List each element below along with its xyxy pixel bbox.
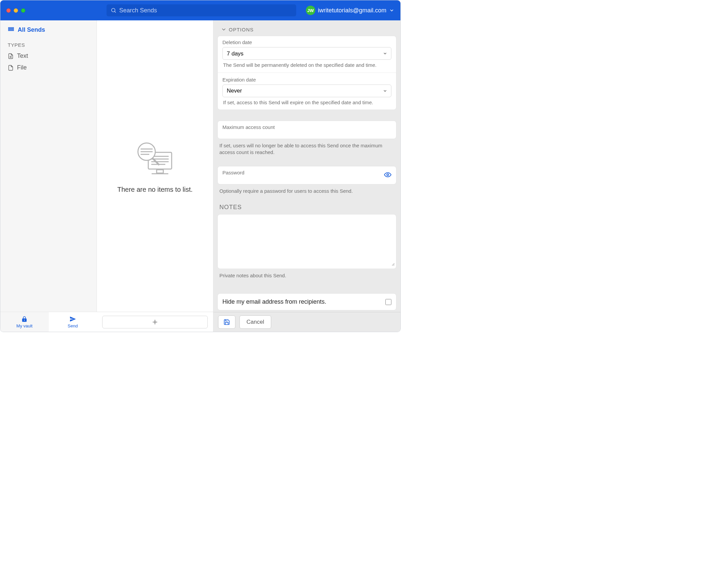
sidebar-item-label: Text [17, 52, 28, 60]
plus-icon [152, 319, 158, 326]
svg-point-22 [387, 174, 389, 176]
search-field[interactable] [107, 4, 296, 16]
empty-state-icon [133, 139, 177, 176]
notes-heading: NOTES [219, 204, 394, 211]
options-toggle[interactable]: OPTIONS [217, 20, 396, 36]
password-card: Password [217, 166, 396, 184]
nav-tabs: My vault Send [0, 312, 97, 332]
max-access-label: Maximum access count [222, 124, 391, 130]
expiration-date-label: Expiration date [222, 77, 391, 83]
svg-point-0 [111, 8, 115, 12]
maximize-window-button[interactable] [21, 8, 25, 13]
search-icon [110, 7, 116, 13]
expiration-date-select[interactable]: Never [222, 85, 391, 97]
password-label: Password [222, 170, 391, 175]
account-menu[interactable]: JW iwritetutorials@gmail.com [306, 6, 394, 15]
tab-label: Send [68, 323, 78, 329]
sidebar-item-label: File [17, 64, 27, 71]
send-icon [69, 316, 76, 322]
sidebar-heading-types: TYPES [8, 42, 89, 48]
file-icon [8, 65, 14, 71]
chevron-down-icon [221, 26, 227, 33]
app-window: JW iwritetutorials@gmail.com All Sends T… [0, 0, 401, 332]
notes-textarea[interactable] [219, 216, 395, 266]
tab-label: My vault [16, 323, 33, 329]
svg-rect-15 [157, 170, 163, 173]
lock-icon [21, 316, 28, 322]
minimize-window-button[interactable] [14, 8, 18, 13]
svg-rect-5 [9, 29, 10, 30]
titlebar: JW iwritetutorials@gmail.com [0, 0, 401, 20]
chevron-down-icon [389, 8, 394, 13]
add-button[interactable] [102, 316, 208, 329]
svg-rect-2 [9, 27, 10, 28]
empty-state-text: There are no items to list. [117, 186, 193, 193]
save-button[interactable] [218, 315, 235, 329]
hide-email-card: Hide my email address from recipients. [217, 293, 396, 310]
avatar: JW [306, 6, 315, 15]
bottombar: My vault Send Cancel [0, 312, 401, 332]
close-window-button[interactable] [6, 8, 11, 13]
account-email: iwritetutorials@gmail.com [318, 7, 386, 14]
svg-line-1 [114, 12, 115, 12]
svg-rect-6 [10, 29, 12, 30]
add-area [97, 312, 213, 332]
svg-rect-3 [10, 27, 12, 28]
svg-rect-4 [12, 27, 13, 28]
text-file-icon [8, 53, 14, 59]
tab-send[interactable]: Send [49, 312, 97, 332]
expiration-date-help: If set, access to this Send will expire … [222, 99, 391, 106]
body: All Sends TYPES Text File [0, 20, 401, 312]
notes-help: Private notes about this Send. [219, 272, 394, 279]
password-help: Optionally require a password for users … [219, 188, 394, 194]
notes-card [217, 214, 396, 269]
hide-email-label: Hide my email address from recipients. [222, 298, 326, 306]
max-access-card: Maximum access count [217, 121, 396, 139]
cancel-button[interactable]: Cancel [239, 315, 271, 329]
options-heading: OPTIONS [229, 27, 254, 33]
search-input[interactable] [119, 7, 292, 14]
eye-icon [384, 171, 391, 178]
save-icon [223, 319, 230, 326]
tab-my-vault[interactable]: My vault [0, 312, 49, 332]
sidebar-item-label: All Sends [18, 26, 45, 34]
hide-email-checkbox[interactable] [385, 299, 391, 305]
deletion-date-select[interactable]: 7 days [222, 47, 391, 60]
sidebar-item-file[interactable]: File [8, 64, 89, 71]
deletion-date-help: The Send will be permanently deleted on … [222, 62, 391, 68]
grid-icon [8, 27, 14, 34]
item-list: There are no items to list. [97, 20, 213, 312]
sidebar-item-all-sends[interactable]: All Sends [8, 26, 89, 34]
detail-panel: OPTIONS Deletion date 7 days The Send wi… [213, 20, 401, 312]
window-controls [6, 8, 33, 13]
deletion-date-label: Deletion date [222, 39, 391, 45]
sidebar-item-text[interactable]: Text [8, 52, 89, 60]
toggle-password-visibility-button[interactable] [384, 171, 391, 180]
options-card: Deletion date 7 days The Send will be pe… [217, 36, 396, 110]
max-access-help: If set, users will no longer be able to … [219, 142, 394, 155]
svg-rect-7 [12, 29, 13, 30]
action-area: Cancel [213, 312, 401, 332]
sidebar: All Sends TYPES Text File [0, 20, 97, 312]
